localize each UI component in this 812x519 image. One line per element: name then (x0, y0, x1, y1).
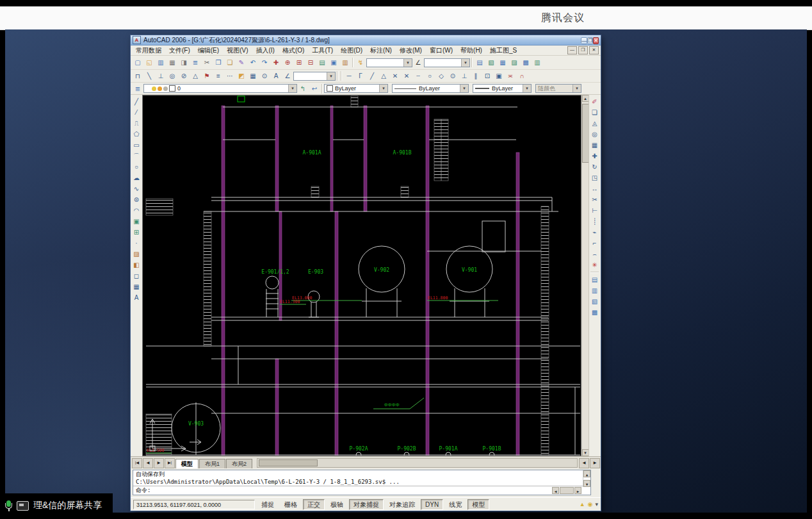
zoom-previous-icon[interactable]: ⊟ (305, 57, 316, 68)
menu-item[interactable]: 标注(N) (366, 46, 396, 55)
dim-style-combo[interactable]: ▼ (293, 72, 336, 81)
tab-last-button[interactable]: ▶| (165, 458, 175, 468)
menu-item[interactable]: 施工图_S (486, 46, 521, 55)
mirror-icon[interactable]: ◬ (589, 118, 600, 129)
dim-radius-icon[interactable]: ◎ (166, 70, 178, 81)
menu-item[interactable]: 绘图(D) (337, 46, 366, 55)
command-window[interactable]: 自动保存到 C:\Users\Administrator\AppData\Loc… (133, 470, 591, 495)
temp-track-point-icon[interactable]: ─ (343, 70, 355, 81)
titlebar[interactable]: A AutoCAD 2006 - [G:\广石化\20240427聚源\6-L-… (131, 35, 601, 45)
snap-nearest-icon[interactable]: ≍ (505, 70, 516, 81)
markup-set-manager-icon[interactable]: ▧ (485, 57, 497, 68)
snap-endpoint-icon[interactable]: ╱ (366, 70, 378, 81)
scale-icon[interactable]: ◳ (589, 172, 600, 183)
menu-item[interactable]: 帮助(H) (457, 46, 486, 55)
dim-style-icon[interactable]: ∠ (282, 70, 293, 81)
snap-tangent-icon[interactable]: ⊙ (447, 70, 459, 81)
rectangle-icon[interactable]: ▭ (131, 140, 142, 151)
lineweight-combo[interactable]: ByLayer ▼ (473, 84, 532, 93)
hscroll-thumb[interactable] (259, 459, 318, 466)
rotate-icon[interactable]: ↻ (589, 161, 600, 172)
status-toggle[interactable]: 极轴 (326, 499, 348, 510)
menu-item[interactable]: 格式(O) (279, 46, 308, 55)
menu-item[interactable]: 视图(V) (223, 46, 252, 55)
command-prompt[interactable]: 命令: (133, 486, 590, 495)
block-editor-icon[interactable]: ▦ (497, 57, 508, 68)
xref-manager-icon[interactable]: ▨ (508, 57, 520, 68)
dimstyle-combo[interactable]: ▼ (424, 58, 470, 67)
properties-icon[interactable]: ▤ (316, 57, 328, 68)
paste-icon[interactable]: ❏ (224, 57, 236, 68)
layout-tab[interactable]: 布局1 (199, 459, 225, 468)
dim-continue-icon[interactable]: ⋯ (224, 70, 236, 81)
snap-extension-icon[interactable]: ┄ (412, 70, 424, 81)
status-toggle[interactable]: 捕捉 (257, 499, 279, 510)
snap-midpoint-icon[interactable]: △ (378, 70, 389, 81)
scroll-thumb[interactable] (582, 104, 589, 163)
canvas-horizontal-scrollbar[interactable] (257, 458, 578, 468)
tab-first-button[interactable]: |◀ (132, 458, 142, 468)
draworder-above-icon[interactable]: ▧ (589, 296, 600, 307)
menu-item[interactable]: 编辑(E) (194, 46, 223, 55)
drawing-canvas[interactable]: A-901A A-901B E-901/1,2 E-903 V-902 V-90… (142, 95, 581, 456)
draworder-under-icon[interactable]: ▩ (589, 307, 600, 318)
snap-insert-icon[interactable]: ▣ (493, 70, 505, 81)
dim-baseline-icon[interactable]: ≡ (213, 70, 224, 81)
zoom-window-icon[interactable]: ⊞ (293, 57, 305, 68)
construction-line-icon[interactable]: ⁄ (131, 107, 142, 118)
make-block-icon[interactable]: ⊞ (131, 227, 142, 238)
ellipse-icon[interactable]: ⊜ (131, 194, 142, 205)
plot-icon[interactable]: ▦ (166, 57, 178, 68)
center-mark-icon[interactable]: ⊙ (259, 70, 270, 81)
explode-icon[interactable]: ✳ (589, 260, 600, 270)
fillet-icon[interactable]: ⌢ (589, 249, 600, 260)
snap-apparent-intersection-icon[interactable]: ✕ (401, 70, 412, 81)
status-toggle[interactable]: DYN (421, 499, 443, 510)
layer-combo[interactable]: 0 ▼ (143, 84, 297, 93)
dim-linear-icon[interactable]: ⊓ (132, 70, 143, 81)
layout-tab[interactable]: 模型 (175, 459, 199, 468)
dim-angular-icon[interactable]: △ (190, 70, 201, 81)
menu-item[interactable]: 修改(M) (396, 46, 426, 55)
tolerance-icon[interactable]: ▦ (247, 70, 259, 81)
polyline-icon[interactable]: ⎍ (131, 118, 142, 129)
match-properties-icon[interactable]: ✎ (236, 57, 247, 68)
menu-item[interactable]: 常用数据 (132, 46, 165, 55)
make-object-layer-current-icon[interactable]: ↰ (297, 83, 309, 94)
plotstyle-combo[interactable]: 随颜色 ▼ (535, 84, 581, 93)
stretch-icon[interactable]: ↔ (589, 183, 600, 194)
chamfer-icon[interactable]: ⌐ (589, 238, 600, 249)
gradient-icon[interactable]: ◧ (131, 260, 142, 270)
break-icon[interactable]: ⌁ (589, 227, 600, 238)
polygon-icon[interactable]: ⬠ (131, 129, 142, 140)
copy-icon[interactable]: ❏ (589, 107, 600, 118)
snap-quadrant-icon[interactable]: ◇ (435, 70, 447, 81)
layout-tab[interactable]: 布局2 (226, 459, 252, 468)
table-icon[interactable]: ▦ (131, 281, 142, 292)
close-button[interactable]: ✕ (593, 37, 599, 44)
workspace-combo[interactable]: ▼ (366, 58, 412, 67)
region-icon[interactable]: ◻ (131, 270, 142, 281)
communication-center-icon[interactable]: ◉ (588, 501, 593, 507)
spline-icon[interactable]: ∿ (131, 183, 142, 194)
snap-parallel-icon[interactable]: ∥ (470, 70, 482, 81)
snap-from-icon[interactable]: Γ (355, 70, 366, 81)
command-hscroll-right[interactable]: ▶ (574, 487, 581, 494)
command-hscroll-left[interactable]: ◀ (552, 487, 559, 494)
point-icon[interactable]: · (131, 238, 142, 249)
plot-preview-icon[interactable]: ◨ (178, 57, 190, 68)
snap-intersection-icon[interactable]: ✕ (389, 70, 401, 81)
cut-icon[interactable]: ✂ (201, 57, 213, 68)
copy-clip-icon[interactable]: ❐ (213, 57, 224, 68)
line-icon[interactable]: ╱ (131, 96, 142, 107)
menu-item[interactable]: 文件(F) (165, 46, 194, 55)
layer-previous-icon[interactable]: ↩ (309, 83, 320, 94)
tab-next-button[interactable]: ▶ (154, 458, 164, 468)
dimstyle-combo-icon[interactable]: ∠ (412, 57, 424, 68)
image-manager-icon[interactable]: ▩ (520, 57, 532, 68)
menu-item[interactable]: 插入(I) (252, 46, 278, 55)
status-toggle[interactable]: 栅格 (280, 499, 302, 510)
snap-node-icon[interactable]: ⊡ (482, 70, 493, 81)
draworder-front-icon[interactable]: ▤ (589, 274, 600, 285)
dbconnect-icon[interactable]: ▥ (532, 57, 543, 68)
